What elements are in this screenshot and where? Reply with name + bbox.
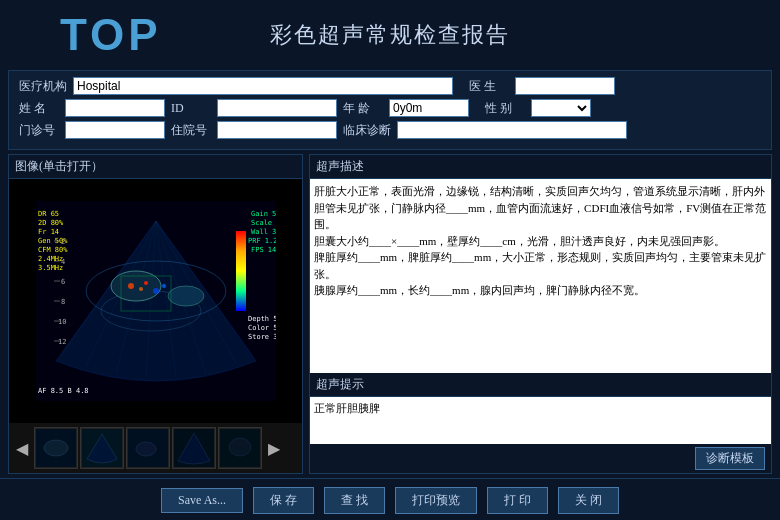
- svg-point-47: [229, 438, 251, 456]
- search-button[interactable]: 查 找: [324, 487, 385, 514]
- gender-label: 性 别: [485, 100, 525, 117]
- svg-text:CFM 80%: CFM 80%: [38, 246, 68, 254]
- admission-input[interactable]: [217, 121, 337, 139]
- doctor-label: 医 生: [469, 78, 509, 95]
- image-panel: 图像(单击打开）: [8, 154, 303, 474]
- svg-point-41: [44, 440, 68, 456]
- age-input[interactable]: [389, 99, 469, 117]
- logo-text: TOP: [60, 10, 162, 59]
- svg-point-9: [153, 288, 159, 294]
- image-main[interactable]: DR 65 2D 80% Fr 14 Gen 50% CFM 80% 2.4MH…: [9, 179, 302, 423]
- svg-text:2D 80%: 2D 80%: [38, 219, 64, 227]
- form-row-3: 门诊号 住院号 临床诊断: [19, 121, 761, 139]
- save-as-button[interactable]: Save As...: [161, 488, 243, 513]
- hint-label: 超声提示: [310, 373, 771, 397]
- svg-text:AF 8.5  B 4.8: AF 8.5 B 4.8: [38, 387, 89, 395]
- svg-point-10: [162, 284, 166, 288]
- hospital-label: 医疗机构: [19, 78, 67, 95]
- next-thumb-btn[interactable]: ▶: [264, 439, 284, 458]
- template-button[interactable]: 诊断模板: [695, 447, 765, 470]
- svg-point-7: [139, 287, 143, 291]
- desc-panel: 超声描述 肝脏大小正常，表面光滑，边缘锐，结构清晰，实质回声欠均匀，管道系统显示…: [309, 154, 772, 474]
- form-area: 医疗机构 医 生 姓 名 ID 年 龄 性 别 男 女 门诊号 住院号 临床诊断: [8, 70, 772, 150]
- svg-text:DR 65: DR 65: [38, 210, 59, 218]
- header: TOP 彩色超声常规检查报告: [0, 0, 780, 70]
- svg-text:Gain 5%: Gain 5%: [251, 210, 276, 218]
- prev-thumb-btn[interactable]: ◀: [12, 439, 32, 458]
- svg-text:12: 12: [58, 338, 66, 346]
- id-label: ID: [171, 101, 211, 116]
- svg-text:Scale 3: Scale 3: [251, 219, 276, 227]
- svg-point-6: [128, 283, 134, 289]
- bottom-bar: Save As... 保 存 查 找 打印预览 打 印 关 闭: [0, 478, 780, 520]
- age-label: 年 龄: [343, 100, 383, 117]
- gender-select[interactable]: 男 女: [531, 99, 591, 117]
- svg-text:Wall 3: Wall 3: [251, 228, 276, 236]
- diagnosis-label: 临床诊断: [343, 122, 391, 139]
- print-preview-button[interactable]: 打印预览: [395, 487, 477, 514]
- id-input[interactable]: [217, 99, 337, 117]
- svg-text:Color 5: Color 5: [248, 324, 276, 332]
- svg-point-8: [144, 281, 148, 285]
- save-button[interactable]: 保 存: [253, 487, 314, 514]
- image-thumbnails: ◀ ▶: [9, 423, 302, 473]
- print-button[interactable]: 打 印: [487, 487, 548, 514]
- svg-rect-17: [236, 231, 246, 311]
- main-content: 图像(单击打开）: [8, 154, 772, 474]
- svg-text:Store 3: Store 3: [248, 333, 276, 341]
- thumb-2[interactable]: [80, 427, 124, 469]
- logo-area: TOP: [60, 10, 162, 60]
- svg-point-44: [136, 442, 156, 456]
- svg-text:PRF 1.2k: PRF 1.2k: [248, 237, 276, 245]
- thumb-5[interactable]: [218, 427, 262, 469]
- name-label: 姓 名: [19, 100, 59, 117]
- svg-text:6: 6: [61, 278, 65, 286]
- desc-label: 超声描述: [310, 155, 771, 179]
- svg-text:8: 8: [61, 298, 65, 306]
- close-button[interactable]: 关 闭: [558, 487, 619, 514]
- thumb-3[interactable]: [126, 427, 170, 469]
- svg-text:4: 4: [61, 258, 65, 266]
- page-title: 彩色超声常规检查报告: [270, 20, 510, 50]
- admission-label: 住院号: [171, 122, 211, 139]
- hint-section: 超声提示 正常肝胆胰脾 诊断模板: [310, 373, 771, 473]
- doctor-input[interactable]: [515, 77, 615, 95]
- diagnosis-input[interactable]: [397, 121, 627, 139]
- thumb-1[interactable]: [34, 427, 78, 469]
- svg-text:2.4MHz: 2.4MHz: [38, 255, 63, 263]
- hint-textarea[interactable]: 正常肝胆胰脾: [310, 397, 771, 444]
- thumb-4[interactable]: [172, 427, 216, 469]
- desc-section: 超声描述 肝脏大小正常，表面光滑，边缘锐，结构清晰，实质回声欠均匀，管道系统显示…: [310, 155, 771, 373]
- ultrasound-image: DR 65 2D 80% Fr 14 Gen 50% CFM 80% 2.4MH…: [36, 201, 276, 401]
- hospital-input[interactable]: [73, 77, 453, 95]
- svg-text:3.5MHz: 3.5MHz: [38, 264, 63, 272]
- visit-input[interactable]: [65, 121, 165, 139]
- visit-label: 门诊号: [19, 122, 59, 139]
- form-row-2: 姓 名 ID 年 龄 性 别 男 女: [19, 99, 761, 117]
- svg-text:Fr 14: Fr 14: [38, 228, 59, 236]
- svg-text:10: 10: [58, 318, 66, 326]
- template-btn-row: 诊断模板: [310, 444, 771, 473]
- svg-text:Depth 5%: Depth 5%: [248, 315, 276, 323]
- image-panel-title: 图像(单击打开）: [9, 155, 302, 179]
- desc-textarea[interactable]: 肝脏大小正常，表面光滑，边缘锐，结构清晰，实质回声欠均匀，管道系统显示清晰，肝内…: [310, 179, 771, 373]
- svg-text:FPS 14: FPS 14: [251, 246, 276, 254]
- name-input[interactable]: [65, 99, 165, 117]
- form-row-1: 医疗机构 医 生: [19, 77, 761, 95]
- svg-text:2: 2: [61, 238, 65, 246]
- svg-point-4: [168, 286, 204, 306]
